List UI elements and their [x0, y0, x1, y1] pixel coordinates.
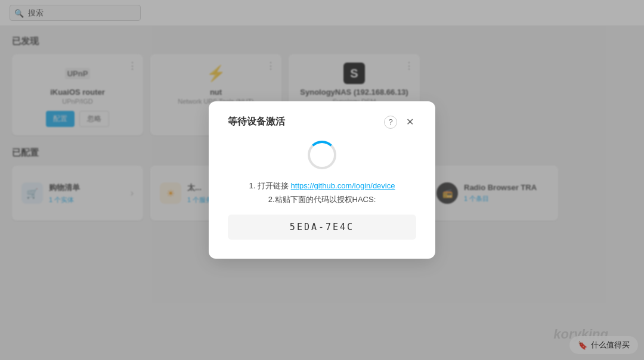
modal-close-button[interactable]: ✕ — [403, 116, 416, 129]
modal-header-icons: ? ✕ — [384, 116, 416, 129]
modal-spinner-area — [228, 141, 416, 169]
loading-spinner — [308, 141, 336, 169]
modal-dialog: 等待设备激活 ? ✕ 1. 打开链接 https://github.com/lo… — [209, 101, 435, 259]
instruction-1-text: 1. 打开链接 — [249, 181, 291, 190]
github-device-link[interactable]: https://github.com/login/device — [291, 181, 395, 190]
instruction-2-text: 2.粘贴下面的代码以授权HACS: — [268, 195, 376, 204]
modal-help-button[interactable]: ? — [384, 116, 397, 129]
modal-code-box[interactable]: 5EDA-7E4C — [228, 215, 416, 240]
modal-header: 等待设备激活 ? ✕ — [228, 116, 416, 129]
modal-instructions: 1. 打开链接 https://github.com/login/device … — [228, 179, 416, 207]
modal-overlay: 等待设备激活 ? ✕ 1. 打开链接 https://github.com/lo… — [0, 0, 644, 360]
modal-title: 等待设备激活 — [228, 116, 285, 128]
